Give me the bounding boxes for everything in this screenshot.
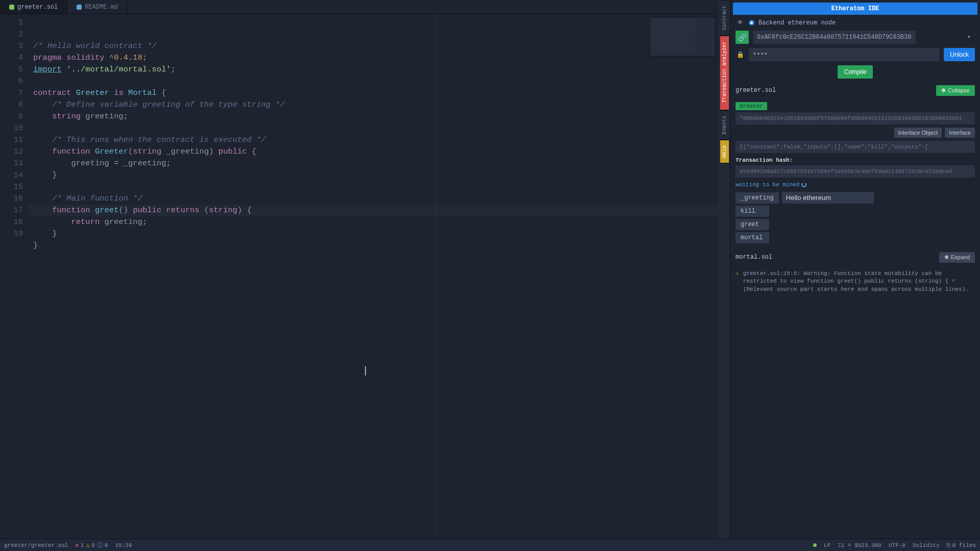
code-line[interactable] — [28, 181, 719, 193]
expand-button[interactable]: ✱ Expand — [939, 252, 975, 263]
error-icon: ⊘ — [75, 542, 79, 548]
tab-readme[interactable]: README.md — [67, 0, 128, 14]
backend-radio[interactable] — [749, 20, 754, 26]
tab-bar: greeter.sol README.md — [0, 0, 719, 14]
code-line[interactable]: import '../mortal/mortal.sol'; — [28, 64, 719, 76]
fn-greeting-input[interactable] — [782, 192, 874, 204]
code-line[interactable]: /* Define variable greeting of the type … — [28, 99, 719, 111]
git-icon: ⎘ — [947, 542, 950, 548]
link-icon[interactable]: 🔗 — [736, 31, 749, 44]
fn-greet[interactable]: greet — [736, 219, 769, 230]
code-line[interactable]: function Greeter(string _greeting) publi… — [28, 146, 719, 158]
status-dot-icon — [813, 543, 817, 547]
tab-label: greeter.sol — [17, 4, 58, 11]
code-line[interactable]: return greeting; — [28, 216, 719, 228]
code-line[interactable] — [28, 122, 719, 134]
language[interactable]: Solidity — [913, 542, 940, 548]
tx-hash-output[interactable]: 0xbd96209a327cbb97551e7106ef3a805e3e30ef… — [736, 165, 975, 178]
status-path[interactable]: greeter/greeter.sol — [4, 542, 68, 548]
etheratom-panel: Etheratom IDE 👁 Backend ethereum node 🔗 … — [730, 0, 980, 539]
code-line[interactable]: } — [28, 169, 719, 181]
code-line[interactable]: contract Greeter is Mortal { — [28, 87, 719, 99]
code-line[interactable]: /* Hello world contract */ — [28, 40, 719, 52]
info-icon: ⓘ — [97, 541, 103, 549]
code-editor[interactable]: 12345678910111213141516171819 /* Hello w… — [0, 14, 719, 539]
tx-hash-label: Transaction hash: — [736, 157, 975, 163]
collapse-button[interactable]: ✱ Collapse — [936, 85, 975, 96]
cursor-position[interactable]: 15:29 — [115, 542, 132, 548]
code-line[interactable] — [28, 252, 719, 263]
dock-tab-contract[interactable]: Contract — [720, 0, 729, 36]
contract-tag[interactable]: Greeter — [736, 102, 767, 110]
dock-tab-tx-analyzer[interactable]: Transaction analyzer — [720, 36, 729, 110]
code-line[interactable]: /* This runs when the contract is execut… — [28, 134, 719, 146]
status-diagnostics[interactable]: ⊘1 △0 ⓘ0 — [75, 541, 108, 549]
expand-icon: ✱ — [944, 254, 949, 261]
markdown-icon — [77, 5, 82, 10]
eye-icon: 👁 — [736, 19, 745, 27]
mining-status: waiting to be mined — [736, 182, 975, 188]
interface-object-button[interactable]: Interface Object — [894, 128, 942, 138]
code-line[interactable]: /* Main function */ — [28, 193, 719, 205]
warning-icon: ⚠ — [736, 270, 739, 293]
account-select[interactable]: 0xAF8fc0cE26C12B64a0075711941C548D79C63B… — [753, 31, 916, 44]
panel-title: Etheratom IDE — [733, 3, 977, 15]
ruler — [436, 14, 437, 539]
status-bar: greeter/greeter.sol ⊘1 △0 ⓘ0 15:29 LF Ξ1… — [0, 539, 980, 551]
code-line[interactable] — [28, 76, 719, 87]
unlock-button[interactable]: Unlock — [944, 48, 975, 61]
lock-icon: 🔒 — [736, 51, 745, 59]
dock-tab-events[interactable]: Events — [720, 110, 729, 140]
code-line[interactable]: pragma solidity ^0.4.18; — [28, 52, 719, 64]
warn-icon: △ — [86, 542, 90, 548]
tab-greeter[interactable]: greeter.sol — [0, 0, 67, 14]
abi-output[interactable]: [{"constant":false,"inputs":[],"name":"k… — [736, 141, 975, 153]
password-input[interactable] — [749, 48, 940, 61]
editor-pane: greeter.sol README.md 123456789101112131… — [0, 0, 719, 539]
fn-kill[interactable]: kill — [736, 206, 769, 217]
file-title-mortal: mortal.sol — [736, 254, 772, 261]
solidity-icon — [9, 5, 14, 10]
git-files[interactable]: ⎘ 0 files — [947, 542, 976, 548]
code-area[interactable]: /* Hello world contract */pragma solidit… — [28, 14, 719, 539]
interface-button[interactable]: Interface — [945, 128, 975, 138]
code-line[interactable]: greeting = _greeting; — [28, 158, 719, 169]
collapse-icon: ✱ — [941, 87, 946, 94]
file-title-greeter: greeter.sol — [736, 87, 776, 94]
dock-tab-help[interactable]: Help — [720, 140, 729, 163]
backend-label: Backend ethereum node — [758, 19, 836, 27]
encoding[interactable]: UTF-8 — [889, 542, 905, 548]
compile-button[interactable]: Compile — [838, 65, 872, 79]
spinner-icon — [801, 182, 806, 187]
line-gutter: 12345678910111213141516171819 — [0, 14, 28, 539]
code-line[interactable]: string greeting; — [28, 111, 719, 122]
side-dock: Contract Transaction analyzer Events Hel… — [719, 0, 730, 539]
line-ending[interactable]: LF — [824, 542, 830, 548]
compiler-warning: ⚠ greeter.sol:15:5: Warning: Function st… — [736, 267, 975, 296]
code-line[interactable]: } — [28, 228, 719, 240]
bytecode-output[interactable]: "6060604052341561001000f57600000fd5b6040… — [736, 112, 975, 124]
eth-balance[interactable]: Ξ1 = $523.368 — [838, 542, 881, 548]
fn-mortal[interactable]: mortal — [736, 232, 769, 243]
code-line[interactable]: } — [28, 240, 719, 252]
code-line[interactable]: function greet() public returns (string)… — [28, 205, 719, 216]
fn-greeting-param[interactable]: _greeting — [736, 192, 779, 204]
minimap[interactable] — [649, 17, 716, 57]
tab-label: README.md — [85, 4, 118, 11]
text-cursor — [365, 366, 366, 375]
